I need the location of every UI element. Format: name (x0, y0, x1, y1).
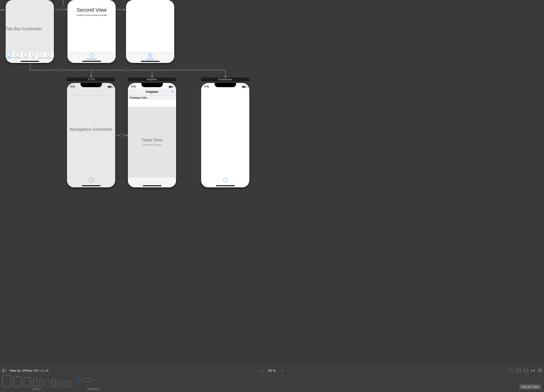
scene-navigationcontroller[interactable]: 9:41 Navigation Controller (67, 83, 115, 187)
device-iphone-8[interactable] (58, 380, 61, 387)
embed-in-icon[interactable] (516, 369, 521, 372)
device-ipad-9[interactable] (24, 377, 31, 387)
gear-icon (47, 52, 51, 57)
segue-line (124, 135, 126, 136)
tab-einkaufsliste[interactable]: Einkaufsliste (13, 52, 22, 59)
scene-bar-einstellungen[interactable]: Einstellungen (201, 78, 249, 81)
prototype-cells-header: Prototype Cells (128, 96, 176, 100)
tab-einstellungen[interactable]: Einstellungen (44, 52, 54, 59)
tab-kalender[interactable]: Kalender (6, 52, 13, 59)
status-bar: 9:41 (128, 83, 176, 88)
segue-line (225, 70, 226, 76)
device-ipad-12[interactable] (2, 375, 11, 387)
align-icon[interactable] (524, 369, 528, 372)
add-button[interactable]: + (171, 89, 174, 94)
device-iphone-xs[interactable] (46, 379, 49, 387)
entry-arrow-icon (3, 9, 5, 11)
battery-icon (242, 86, 246, 88)
nav-title: Aufgaben (146, 90, 158, 93)
tab-todo[interactable]: TO DO (22, 52, 30, 59)
update-frames-icon[interactable] (509, 369, 513, 372)
device-group-label: Device (33, 388, 41, 390)
home-indicator (216, 185, 235, 186)
segue-line (63, 9, 65, 10)
entry-segue (0, 10, 3, 10)
device-picker (2, 375, 72, 387)
device-iphone-xr[interactable] (40, 379, 43, 387)
segue-line (152, 70, 152, 76)
tabbarcontroller-title: Tab Bar Controller (6, 27, 42, 31)
zoom-level: 50 % (268, 369, 276, 372)
basket-icon (15, 52, 20, 57)
orientation-portrait[interactable] (78, 375, 82, 383)
segue-arrow-icon (65, 8, 67, 11)
pin-constraints-icon[interactable] (531, 369, 535, 372)
home-indicator (21, 61, 39, 62)
divider (75, 375, 75, 388)
prototype-cell[interactable] (128, 100, 176, 107)
clipboard-icon (24, 52, 28, 57)
navbar-aufgaben: Aufgaben + (128, 88, 176, 96)
vary-for-traits-button[interactable]: Vary for Traits (519, 384, 541, 389)
chat-icon (31, 52, 35, 57)
storyboard-canvas[interactable]: Tab Bar Controller Kalender Einkaufslist… (0, 0, 544, 372)
euro-icon (38, 52, 42, 57)
segue-node-icon[interactable] (59, 8, 63, 12)
view-as-label[interactable]: View as: iPhone XS (wC hR) (9, 369, 49, 372)
segue-arrow-icon (126, 134, 128, 137)
secondview-title: Second View (67, 7, 116, 13)
segue-line (116, 9, 124, 10)
segue-arrow-icon (124, 8, 125, 11)
orientation-picker (78, 375, 92, 383)
basket-icon (89, 53, 94, 58)
scene-secondview[interactable]: Second View Loaded by SecondViewControll… (67, 0, 116, 63)
segue-line (54, 9, 59, 10)
clipboard-icon (89, 178, 93, 182)
scene-aufgaben[interactable]: 9:41 Aufgaben + Prototype Cells Table Vi… (128, 83, 176, 187)
scene-schulden[interactable]: € Schulden (126, 0, 174, 63)
gear-icon (223, 178, 227, 182)
scene-tabbarcontroller[interactable]: Tab Bar Controller Kalender Einkaufslist… (6, 0, 54, 63)
segue-line (30, 63, 30, 70)
device-iphone-max[interactable] (33, 378, 37, 387)
segue-line (91, 70, 91, 76)
segue-node-icon[interactable] (126, 68, 130, 72)
tableview-placeholder: Table View Prototype Content (128, 107, 176, 177)
status-bar: 9:41 (201, 83, 249, 88)
home-indicator (143, 185, 161, 186)
scene-bar-aufgaben[interactable]: Aufgaben (128, 78, 176, 81)
device-iphone-4s[interactable] (69, 381, 72, 387)
segue-line (116, 135, 120, 136)
zoom-in-button[interactable]: + (280, 369, 284, 372)
scene-bar-todo[interactable]: TO DO (67, 78, 115, 81)
calendar-icon (7, 52, 12, 57)
tab-chat[interactable]: Chat (30, 52, 37, 59)
tab-schulden[interactable]: Schulden (37, 52, 44, 59)
panel-toggle-icon[interactable] (2, 369, 6, 372)
scene-einstellungen[interactable]: 9:41 (201, 83, 249, 187)
device-configuration-bar: View as: iPhone XS (wC hR) — 50 % + (0, 367, 544, 392)
zoom-out-button[interactable]: — (260, 369, 264, 372)
segue-node-icon[interactable] (59, 68, 63, 72)
home-indicator (82, 185, 101, 186)
orientation-group-label: Orientation (87, 388, 99, 390)
secondview-subtitle: Loaded by SecondViewController (67, 14, 116, 16)
segue-line (63, 0, 64, 6)
home-indicator (141, 61, 160, 62)
device-ipad-11[interactable] (13, 376, 21, 387)
status-time: 9:41 (204, 85, 209, 88)
device-iphone-8plus[interactable] (52, 379, 55, 387)
euro-icon: € (148, 53, 152, 58)
resolve-issues-icon[interactable] (538, 369, 542, 372)
segue-node-icon[interactable] (120, 133, 124, 137)
battery-icon (169, 86, 173, 88)
status-time: 9:41 (131, 85, 136, 88)
device-iphone-se[interactable] (64, 380, 66, 387)
home-indicator (82, 61, 101, 62)
orientation-landscape[interactable] (84, 378, 92, 381)
navcontroller-title: Navigation Controller (70, 127, 112, 132)
